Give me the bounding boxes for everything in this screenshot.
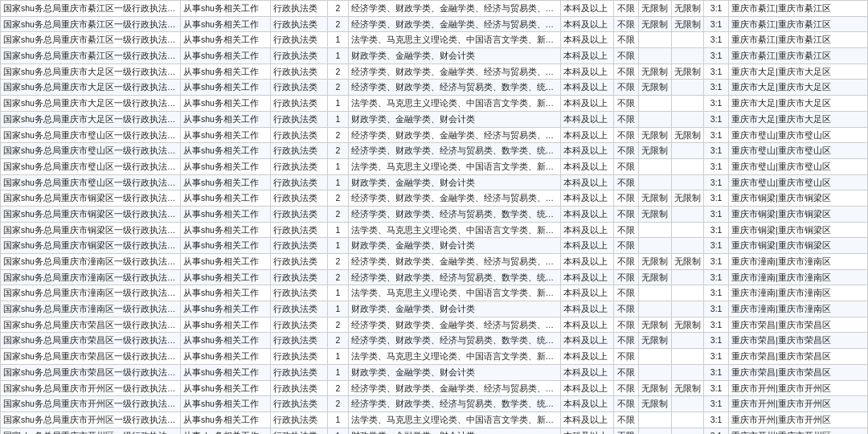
table-cell: 从事shu务相关工作 (180, 63, 270, 80)
table-cell (671, 396, 704, 412)
table-cell: 2 (328, 396, 348, 412)
table-cell: 财政学类、金融学类、财会计类 (348, 111, 561, 127)
table-cell: 法学类、马克思主义理论类、中国语言文学类、新闻传播学类、计 (348, 32, 561, 48)
table-row: 国家shu务总局重庆市璧山区一级行政执法员（二）从事shu务相关工作行政执法类2… (1, 143, 868, 159)
table-cell: 重庆市綦江|重庆市綦江区 (728, 16, 867, 32)
table-cell: 本科及以上 (561, 80, 614, 96)
table-cell: 重庆市荣昌|重庆市荣昌区 (728, 349, 867, 365)
table-cell (638, 428, 671, 434)
table-cell: 3:1 (704, 206, 729, 222)
table-cell: 行政执法类 (270, 380, 327, 396)
table-row: 国家shu务总局重庆市大足区一级行政执法员（四）从事shu务相关工作行政执法类1… (1, 111, 868, 127)
table-cell: 本科及以上 (561, 96, 614, 112)
table-cell: 行政执法类 (270, 1, 327, 17)
table-cell: 3:1 (704, 254, 729, 270)
table-cell (671, 48, 704, 64)
table-row: 国家shu务总局重庆市荣昌区一级行政执法员（一）从事shu务相关工作行政执法类2… (1, 317, 868, 333)
table-cell: 重庆市璧山|重庆市璧山区 (728, 174, 867, 190)
table-cell: 3:1 (704, 80, 729, 96)
table-cell: 行政执法类 (270, 317, 327, 333)
table-cell: 法学类、马克思主义理论类、中国语言文学类、新闻传播学类、计 (348, 349, 561, 365)
table-cell: 法学类、马克思主义理论类、中国语言文学类、新闻传播学类、计 (348, 285, 561, 301)
table-cell: 本科及以上 (561, 285, 614, 301)
table-cell: 不限 (614, 396, 639, 412)
table-cell: 本科及以上 (561, 317, 614, 333)
table-cell: 从事shu务相关工作 (180, 1, 270, 17)
table-cell: 不限 (614, 16, 639, 32)
table-cell: 3:1 (704, 16, 729, 32)
table-cell: 无限制 (671, 380, 704, 396)
table-row: 国家shu务总局重庆市铜梁区一级行政执法员（一）从事shu务相关工作行政执法类2… (1, 190, 868, 207)
table-cell (671, 364, 704, 380)
table-cell: 从事shu务相关工作 (180, 16, 270, 32)
table-cell: 2 (328, 206, 348, 222)
table-cell: 无限制 (638, 380, 671, 396)
table-cell: 不限 (614, 63, 639, 80)
table-cell: 重庆市璧山|重庆市璧山区 (728, 143, 867, 159)
table-cell: 无限制 (671, 16, 704, 32)
table-cell: 行政执法类 (270, 48, 327, 64)
table-cell: 3:1 (704, 317, 729, 333)
table-cell: 本科及以上 (561, 174, 614, 190)
table-cell (671, 285, 704, 301)
table-cell: 本科及以上 (561, 301, 614, 317)
table-cell: 3:1 (704, 333, 729, 349)
table-cell: 本科及以上 (561, 190, 614, 207)
table-cell: 不限 (614, 349, 639, 365)
table-cell: 从事shu务相关工作 (180, 80, 270, 96)
table-cell: 无限制 (638, 269, 671, 285)
table-cell: 3:1 (704, 428, 729, 434)
table-cell: 重庆市铜梁|重庆市铜梁区 (728, 206, 867, 222)
table-cell (638, 364, 671, 380)
table-cell: 3:1 (704, 349, 729, 365)
table-row: 国家shu务总局重庆市大足区一级行政执法员（二）从事shu务相关工作行政执法类2… (1, 80, 868, 96)
table-cell: 重庆市潼南|重庆市潼南区 (728, 269, 867, 285)
table-cell (671, 174, 704, 190)
table-cell: 国家shu务总局重庆市綦江区一级行政执法员（三） (1, 32, 181, 48)
table-cell: 财政学类、金融学类、财会计类 (348, 238, 561, 254)
table-cell: 2 (328, 269, 348, 285)
table-cell (671, 143, 704, 159)
table-cell: 不限 (614, 269, 639, 285)
table-cell: 国家shu务总局重庆市铜梁区一级行政执法员（二） (1, 206, 181, 222)
table-cell: 1 (328, 301, 348, 317)
table-cell: 3:1 (704, 1, 729, 17)
table-cell: 无限制 (671, 127, 704, 143)
table-cell: 无限制 (671, 1, 704, 17)
table-cell: 不限 (614, 1, 639, 17)
table-cell: 行政执法类 (270, 174, 327, 190)
table-cell: 国家shu务总局重庆市綦江区一级行政执法员（二） (1, 16, 181, 32)
table-cell: 重庆市大足|重庆市大足区 (728, 80, 867, 96)
table-cell: 经济学类、财政学类、金融学类、经济与贸易类、数学类、统计学类 (348, 127, 561, 143)
table-cell: 经济学类、财政学类、金融学类、经济与贸易类、数学类、统计学类 (348, 16, 561, 32)
table-cell (638, 174, 671, 190)
table-cell: 1 (328, 428, 348, 434)
table-row: 国家shu务总局重庆市荣昌区一级行政执法员（二）从事shu务相关工作行政执法类2… (1, 333, 868, 349)
table-cell: 不限 (614, 190, 639, 207)
table-row: 国家shu务总局重庆市铜梁区一级行政执法员（四）从事shu务相关工作行政执法类1… (1, 238, 868, 254)
table-cell: 行政执法类 (270, 80, 327, 96)
table-cell: 1 (328, 111, 348, 127)
table-cell: 不限 (614, 222, 639, 238)
table-cell: 行政执法类 (270, 349, 327, 365)
table-cell: 行政执法类 (270, 285, 327, 301)
table-cell: 重庆市綦江|重庆市綦江区 (728, 48, 867, 64)
table-cell: 1 (328, 349, 348, 365)
table-cell: 行政执法类 (270, 301, 327, 317)
table-cell: 无限制 (671, 254, 704, 270)
table-cell: 不限 (614, 428, 639, 434)
table-cell: 经济学类、财政学类、金融学类、经济与贸易类、数学类、统计学类 (348, 380, 561, 396)
table-cell: 本科及以上 (561, 396, 614, 412)
table-cell: 从事shu务相关工作 (180, 301, 270, 317)
table-cell: 行政执法类 (270, 333, 327, 349)
table-cell: 国家shu务总局重庆市荣昌区一级行政执法员（一） (1, 317, 181, 333)
table-row: 国家shu务总局重庆市铜梁区一级行政执法员（二）从事shu务相关工作行政执法类2… (1, 206, 868, 222)
table-cell: 行政执法类 (270, 269, 327, 285)
table-cell (638, 222, 671, 238)
table-row: 国家shu务总局重庆市潼南区一级行政执法员（一）从事shu务相关工作行政执法类2… (1, 254, 868, 270)
table-cell (638, 111, 671, 127)
table-cell: 无限制 (671, 317, 704, 333)
table-cell: 不限 (614, 80, 639, 96)
table-cell: 2 (328, 190, 348, 207)
table-cell: 国家shu务总局重庆市开州区一级行政执法员（一） (1, 380, 181, 396)
